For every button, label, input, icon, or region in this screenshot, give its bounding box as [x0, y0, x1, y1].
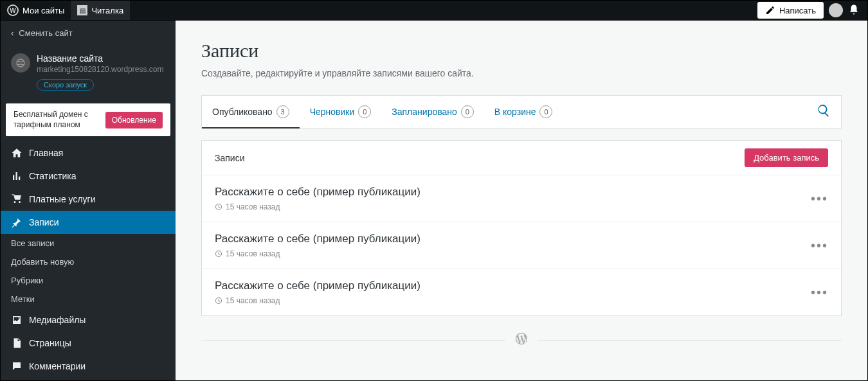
- chevron-left-icon: ‹: [11, 28, 14, 38]
- topbar-right: Написать: [757, 2, 867, 19]
- media-icon: [11, 314, 23, 326]
- tabs: Опубликовано 3 Черновики 0 Запланировано…: [201, 95, 842, 128]
- my-sites-button[interactable]: W Мои сайты: [1, 1, 71, 20]
- notifications-icon[interactable]: [848, 4, 860, 17]
- posts-header: Записи Добавить запись: [202, 141, 841, 175]
- nav-posts[interactable]: Записи: [1, 211, 176, 234]
- nav-comments-label: Комментарии: [29, 361, 86, 371]
- post-time: 15 часов назад: [226, 296, 280, 305]
- clock-icon: [215, 250, 222, 258]
- post-time: 15 часов назад: [226, 249, 280, 258]
- page-title: Записи: [201, 40, 842, 62]
- posts-header-title: Записи: [215, 153, 244, 163]
- user-avatar[interactable]: [829, 3, 843, 17]
- post-row[interactable]: Расскажите о себе (пример публикации) 15…: [202, 269, 841, 315]
- pencil-icon: [765, 5, 775, 15]
- sidebar: ‹ Сменить сайт Название сайта marketing1…: [1, 21, 176, 380]
- nav-media-label: Медиафайлы: [29, 315, 86, 325]
- nav-home[interactable]: Главная: [1, 141, 176, 164]
- post-content: Расскажите о себе (пример публикации) 15…: [215, 186, 420, 211]
- more-button[interactable]: •••: [811, 285, 828, 300]
- reader-icon: ▤: [77, 5, 87, 15]
- nav-pages[interactable]: Страницы: [1, 332, 176, 355]
- sub-add-new[interactable]: Добавить новую: [1, 253, 176, 271]
- nav-stats-label: Статистика: [29, 171, 77, 181]
- site-url: marketing150828120.wordpress.com: [37, 65, 165, 74]
- nav-home-label: Главная: [29, 148, 63, 158]
- page-description: Создавайте, редактируйте и управляйте за…: [201, 68, 842, 78]
- search-button[interactable]: [806, 96, 841, 128]
- globe-icon: [11, 53, 30, 73]
- post-title: Расскажите о себе (пример публикации): [215, 186, 420, 199]
- main-wrap: ‹ Сменить сайт Название сайта marketing1…: [0, 21, 868, 381]
- wordpress-logo-icon: W: [7, 4, 19, 16]
- write-button[interactable]: Написать: [757, 2, 824, 19]
- divider: [538, 340, 842, 341]
- topbar: W Мои сайты ▤ Читалка Написать: [0, 0, 868, 21]
- stats-icon: [11, 170, 23, 182]
- post-row[interactable]: Расскажите о себе (пример публикации) 15…: [202, 222, 841, 269]
- upgrade-box: Бесплатный домен с тарифным планом Обнов…: [6, 103, 170, 136]
- clock-icon: [215, 203, 222, 211]
- tab-published-label: Опубликовано: [212, 107, 273, 117]
- site-info[interactable]: Название сайта marketing150828120.wordpr…: [1, 46, 176, 98]
- home-icon: [11, 147, 23, 159]
- footer: [201, 332, 842, 348]
- post-meta: 15 часов назад: [215, 202, 420, 211]
- post-row[interactable]: Расскажите о себе (пример публикации) 15…: [202, 175, 841, 222]
- tab-scheduled[interactable]: Запланировано 0: [381, 96, 484, 127]
- post-title: Расскажите о себе (пример публикации): [215, 233, 420, 245]
- sub-tags[interactable]: Метки: [1, 290, 176, 308]
- comments-icon: [11, 360, 23, 372]
- content: Записи Создавайте, редактируйте и управл…: [176, 21, 867, 380]
- nav-posts-label: Записи: [29, 217, 59, 227]
- post-content: Расскажите о себе (пример публикации) 15…: [215, 279, 420, 305]
- site-name: Название сайта: [37, 53, 165, 64]
- pages-icon: [11, 337, 23, 349]
- reader-label: Читалка: [91, 6, 123, 15]
- tab-published-count: 3: [276, 105, 289, 118]
- nav-stats[interactable]: Статистика: [1, 164, 176, 188]
- tab-trash-count: 0: [539, 105, 552, 118]
- tab-drafts-count: 0: [358, 105, 371, 118]
- launch-badge: Скоро запуск: [37, 79, 94, 91]
- tab-scheduled-label: Запланировано: [392, 107, 457, 117]
- more-button[interactable]: •••: [811, 238, 828, 253]
- sub-categories[interactable]: Рубрики: [1, 271, 176, 290]
- switch-site-button[interactable]: ‹ Сменить сайт: [1, 21, 176, 46]
- topbar-left: W Мои сайты ▤ Читалка: [1, 1, 130, 20]
- search-icon: [817, 103, 831, 118]
- write-label: Написать: [779, 6, 816, 15]
- post-meta: 15 часов назад: [215, 249, 420, 258]
- cart-icon: [11, 193, 23, 205]
- sub-all-posts[interactable]: Все записи: [1, 234, 176, 253]
- nav-paid-label: Платные услуги: [29, 194, 96, 204]
- reader-button[interactable]: ▤ Читалка: [71, 1, 130, 20]
- post-time: 15 часов назад: [226, 202, 280, 211]
- site-text: Название сайта marketing150828120.wordpr…: [37, 53, 165, 91]
- nav-media[interactable]: Медиафайлы: [1, 308, 176, 332]
- nav-paid[interactable]: Платные услуги: [1, 188, 176, 211]
- post-meta: 15 часов назад: [215, 296, 420, 305]
- divider: [201, 340, 505, 341]
- more-button[interactable]: •••: [811, 191, 828, 206]
- tab-trash[interactable]: В корзине 0: [484, 96, 563, 127]
- posts-list: Записи Добавить запись Расскажите о себе…: [201, 140, 842, 316]
- post-content: Расскажите о себе (пример публикации) 15…: [215, 233, 420, 258]
- tab-published[interactable]: Опубликовано 3: [202, 96, 300, 128]
- wordpress-footer-icon: [514, 332, 529, 348]
- tab-drafts[interactable]: Черновики 0: [300, 96, 382, 127]
- tab-scheduled-count: 0: [461, 105, 474, 118]
- tab-trash-label: В корзине: [494, 107, 536, 117]
- pin-icon: [11, 217, 23, 228]
- add-post-button[interactable]: Добавить запись: [745, 148, 828, 167]
- my-sites-label: Мои сайты: [23, 6, 64, 15]
- switch-site-label: Сменить сайт: [19, 28, 72, 38]
- nav-pages-label: Страницы: [29, 338, 71, 348]
- upgrade-text: Бесплатный домен с тарифным планом: [14, 110, 100, 130]
- nav-comments[interactable]: Комментарии: [1, 355, 176, 378]
- upgrade-button[interactable]: Обновление: [105, 112, 163, 128]
- post-title: Расскажите о себе (пример публикации): [215, 279, 420, 292]
- clock-icon: [215, 297, 222, 305]
- tab-drafts-label: Черновики: [310, 107, 355, 117]
